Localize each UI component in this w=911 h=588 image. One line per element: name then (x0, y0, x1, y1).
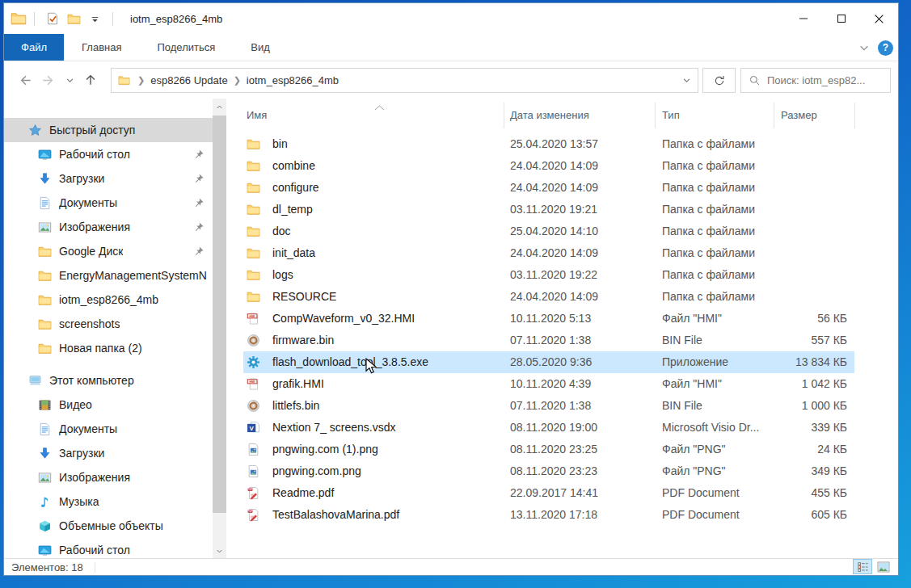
column-divider[interactable] (854, 103, 855, 128)
file-row[interactable]: V Nextion 7_ screens.vsdx 08.11.2020 19:… (243, 417, 854, 439)
file-row[interactable]: doc 25.04.2020 14:10 Папка с файлами (243, 220, 854, 242)
breadcrumb-segment[interactable]: iotm_esp8266_4mb (247, 74, 339, 86)
pdf-icon: PDF (247, 508, 260, 522)
column-divider[interactable] (655, 103, 656, 128)
column-header-date[interactable]: Дата изменения (510, 109, 589, 121)
sidebar-item-label: Объемные объекты (59, 519, 163, 532)
file-row[interactable]: init_data 24.04.2020 14:09 Папка с файла… (243, 242, 854, 264)
scrollbar-thumb[interactable] (213, 116, 226, 513)
file-date: 03.11.2020 19:22 (510, 268, 656, 281)
sidebar-item-screenshots[interactable]: screenshots (4, 312, 213, 336)
file-date: 03.11.2020 19:21 (510, 203, 656, 216)
search-box[interactable]: Поиск: iotm_esp82... (740, 68, 891, 93)
folder-icon (247, 268, 260, 282)
tab-home[interactable]: Главная (64, 34, 139, 61)
qat-properties-button[interactable] (42, 8, 63, 29)
refresh-button[interactable] (702, 68, 736, 93)
back-button[interactable] (12, 67, 36, 93)
sidebar-item-label: Изображения (59, 220, 130, 233)
sidebar-item-label: Музыка (59, 495, 99, 508)
search-icon (749, 74, 761, 86)
file-row[interactable]: dl_temp 03.11.2020 19:21 Папка с файлами (243, 199, 854, 220)
sidebar-item-energymanagementsystemn[interactable]: EnergyManagementSystemN (4, 263, 213, 288)
file-row[interactable]: RESOURCE 24.04.2020 14:09 Папка с файлам… (243, 286, 854, 308)
sidebar-item-google-диск[interactable]: Google Диск (4, 239, 213, 263)
file-row[interactable]: flash_download_tool_3.8.5.exe 28.05.2020… (243, 351, 854, 373)
maximize-button[interactable] (822, 3, 860, 34)
file-row[interactable]: PDF Readme.pdf 22.09.2017 14:41 PDF Docu… (243, 482, 854, 504)
sidebar-item-label: Этот компьютер (49, 374, 134, 387)
sidebar-item-этот-компьютер[interactable]: Этот компьютер (4, 368, 213, 393)
star-icon (28, 124, 42, 137)
expand-ribbon-button[interactable] (858, 42, 870, 53)
column-header-size[interactable]: Размер (781, 109, 817, 121)
svg-text:HMI: HMI (250, 380, 255, 384)
sidebar-item-изображения[interactable]: Изображения (4, 465, 213, 489)
sidebar-item-видео[interactable]: Видео (4, 393, 213, 417)
address-dropdown-button[interactable] (675, 76, 698, 85)
column-divider[interactable] (504, 103, 504, 128)
file-row[interactable]: logs 03.11.2020 19:22 Папка с файлами (243, 264, 854, 286)
details-view-icon (857, 561, 869, 573)
file-row[interactable]: bin 25.04.2020 13:57 Папка с файлами (243, 133, 854, 155)
sidebar-item-документы[interactable]: Документы (4, 417, 213, 441)
help-button[interactable]: ? (878, 40, 893, 56)
address-bar[interactable]: ❯ esp8266 Update ❯ iotm_esp8266_4mb (111, 68, 698, 93)
file-row[interactable]: combine 24.04.2020 14:09 Папка с файлами (243, 155, 854, 177)
file-type: Папка с файлами (662, 203, 778, 216)
video-icon (38, 398, 52, 412)
file-row[interactable]: firmware.bin 07.11.2020 1:38 BIN File 55… (243, 330, 854, 351)
column-header-type[interactable]: Тип (662, 109, 680, 121)
sidebar-item-объемные-объекты[interactable]: Объемные объекты (4, 514, 213, 538)
file-row[interactable]: HMI CompWaveform_v0_32.HMI 10.11.2020 5:… (243, 308, 854, 330)
sidebar-item-рабочий-стол[interactable]: Рабочий стол (4, 142, 213, 166)
sidebar-item-документы[interactable]: Документы (4, 191, 213, 215)
navigation-pane: Быстрый доступ Рабочий стол Загрузки Док… (4, 99, 213, 558)
breadcrumb-separator-icon: ❯ (234, 75, 241, 86)
png-image-icon (247, 443, 260, 456)
sidebar-scrollbar[interactable] (213, 99, 226, 558)
file-row[interactable]: pngwing.com.png 08.11.2020 23:23 Файл "P… (243, 460, 854, 482)
scroll-up-icon[interactable] (213, 100, 226, 114)
minimize-button[interactable] (784, 3, 822, 34)
sidebar-item-музыка[interactable]: Музыка (4, 489, 213, 514)
column-divider[interactable] (774, 103, 774, 128)
folder-icon (38, 293, 52, 307)
breadcrumb-segment[interactable]: esp8266 Update (150, 74, 227, 86)
refresh-icon (713, 74, 726, 87)
hmi-file-icon: HMI (247, 312, 260, 326)
explorer-window: iotm_esp8266_4mb Файл Главная Поделиться… (3, 2, 899, 576)
close-button[interactable] (860, 3, 898, 34)
qat-new-folder-button[interactable] (63, 8, 84, 29)
sidebar-item-iotm-esp8266-4mb[interactable]: iotm_esp8266_4mb (4, 288, 213, 312)
tab-share[interactable]: Поделиться (139, 34, 233, 61)
file-row[interactable]: configure 24.04.2020 14:09 Папка с файла… (243, 177, 854, 199)
qat-customize-dropdown[interactable] (84, 8, 105, 29)
file-size: 557 КБ (744, 334, 847, 346)
forward-button[interactable] (36, 67, 61, 93)
sidebar-item-рабочий-стол[interactable]: Рабочий стол (4, 538, 213, 558)
folder-icon (247, 137, 260, 151)
file-row[interactable]: littlefs.bin 07.11.2020 1:38 BIN File 1 … (243, 395, 854, 417)
file-row[interactable]: pngwing.com (1).png 08.11.2020 23:25 Фай… (243, 439, 854, 460)
hmi-file-icon: HMI (247, 377, 260, 391)
sidebar-item-загрузки[interactable]: Загрузки (4, 166, 213, 191)
sidebar-item-новая-папка-2-[interactable]: Новая папка (2) (4, 336, 213, 360)
scroll-down-icon[interactable] (213, 544, 226, 558)
file-row[interactable]: HMI grafik.HMI 10.11.2020 4:39 Файл "HMI… (243, 373, 854, 395)
column-headers: Имя Дата изменения Тип Размер (243, 103, 854, 128)
recent-locations-dropdown[interactable] (61, 67, 78, 93)
breadcrumb-separator-icon: ❯ (137, 75, 145, 86)
sidebar-item-изображения[interactable]: Изображения (4, 215, 213, 239)
thumbnail-view-button[interactable] (874, 559, 893, 574)
file-date: 24.04.2020 14:09 (510, 290, 656, 303)
sidebar-item-быстрый-доступ[interactable]: Быстрый доступ (4, 118, 213, 142)
file-row[interactable]: PDF TestBalashovaMarina.pdf 13.11.2020 1… (243, 504, 854, 526)
tab-view[interactable]: Вид (233, 34, 288, 61)
file-name: logs (272, 268, 505, 281)
column-header-name[interactable]: Имя (247, 109, 267, 121)
sidebar-item-загрузки[interactable]: Загрузки (4, 441, 213, 465)
up-button[interactable] (78, 67, 103, 93)
details-view-button[interactable] (853, 559, 872, 574)
tab-file[interactable]: Файл (4, 34, 64, 61)
